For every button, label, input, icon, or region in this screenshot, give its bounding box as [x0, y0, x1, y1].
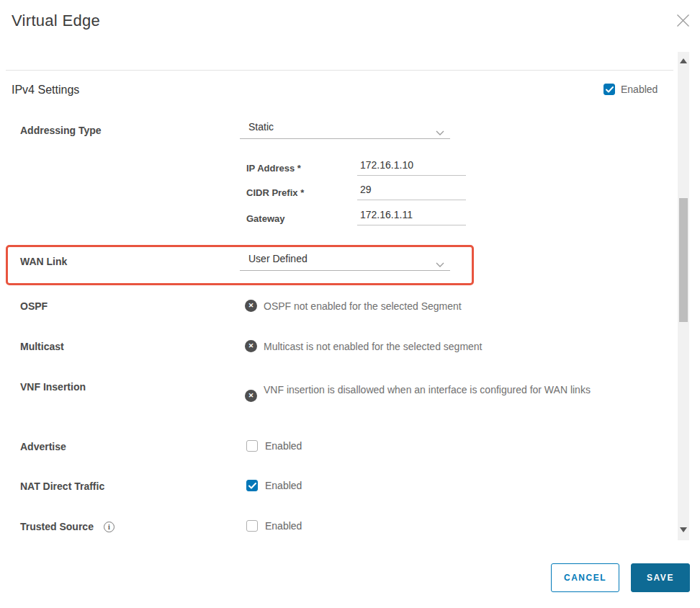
section-title: IPv4 Settings [12, 84, 79, 97]
trusted-source-checkbox-label: Enabled [265, 520, 302, 532]
ipv4-enabled-checkbox[interactable] [603, 84, 615, 95]
multicast-label: Multicast [20, 341, 64, 352]
ospf-status-text: OSPF not enabled for the selected Segmen… [264, 300, 462, 312]
advertise-checkbox-label: Enabled [265, 440, 302, 452]
multicast-status-text: Multicast is not enabled for the selecte… [264, 341, 483, 352]
close-icon [676, 14, 690, 30]
ipv4-enabled-label: Enabled [621, 84, 658, 95]
scroll-up-icon[interactable] [680, 58, 687, 63]
nat-checkbox-label: Enabled [265, 480, 302, 491]
cancel-button[interactable]: CANCEL [551, 563, 619, 592]
cidr-prefix-input[interactable] [357, 184, 466, 200]
close-button[interactable] [674, 13, 691, 30]
wan-link-select[interactable]: User Defined [240, 251, 450, 271]
advertise-checkbox[interactable] [246, 440, 258, 452]
ospf-label: OSPF [20, 300, 48, 312]
trusted-source-label: Trusted Source [20, 521, 94, 532]
chevron-down-icon [436, 257, 444, 270]
trusted-source-checkbox[interactable] [246, 520, 258, 532]
ip-address-label: IP Address * [246, 163, 301, 174]
addressing-type-value: Static [248, 121, 274, 133]
vnf-disabled-icon: ✕ [245, 390, 257, 402]
nat-enabled-group: Enabled [246, 480, 302, 491]
check-icon [248, 483, 256, 489]
vertical-scrollbar[interactable] [678, 52, 689, 540]
nat-direct-traffic-checkbox[interactable] [246, 480, 258, 491]
addressing-type-label: Addressing Type [20, 125, 102, 136]
dialog-title: Virtual Edge [12, 12, 100, 30]
trusted-source-enabled-group: Enabled [246, 520, 302, 532]
check-icon [606, 86, 614, 93]
advertise-enabled-group: Enabled [246, 440, 302, 452]
wan-link-value: User Defined [248, 253, 308, 264]
ip-address-input[interactable] [357, 159, 466, 176]
ospf-disabled-icon: ✕ [245, 300, 257, 312]
chevron-down-icon [436, 125, 444, 138]
vnf-status-text: VNF insertion is disallowed when an inte… [264, 380, 667, 401]
gateway-input[interactable] [357, 209, 466, 225]
advertise-label: Advertise [20, 441, 66, 452]
cidr-prefix-label: CIDR Prefix * [246, 187, 304, 198]
wan-link-label: WAN Link [20, 256, 67, 267]
ipv4-enabled-group: Enabled [603, 84, 658, 95]
nat-direct-traffic-label: NAT Direct Traffic [20, 480, 104, 492]
header-divider [6, 70, 673, 71]
addressing-type-select[interactable]: Static [240, 119, 450, 139]
virtual-edge-dialog: Virtual Edge IPv4 Settings Enabled Addre… [0, 0, 700, 608]
trusted-source-label-group: Trusted Source [20, 521, 115, 532]
scroll-down-icon[interactable] [680, 527, 687, 532]
gateway-label: Gateway [246, 213, 284, 224]
multicast-disabled-icon: ✕ [245, 340, 257, 352]
scrollbar-thumb[interactable] [679, 198, 688, 322]
vnf-insertion-label: VNF Insertion [20, 381, 86, 393]
save-button[interactable]: SAVE [631, 563, 690, 592]
info-icon[interactable] [104, 522, 115, 532]
